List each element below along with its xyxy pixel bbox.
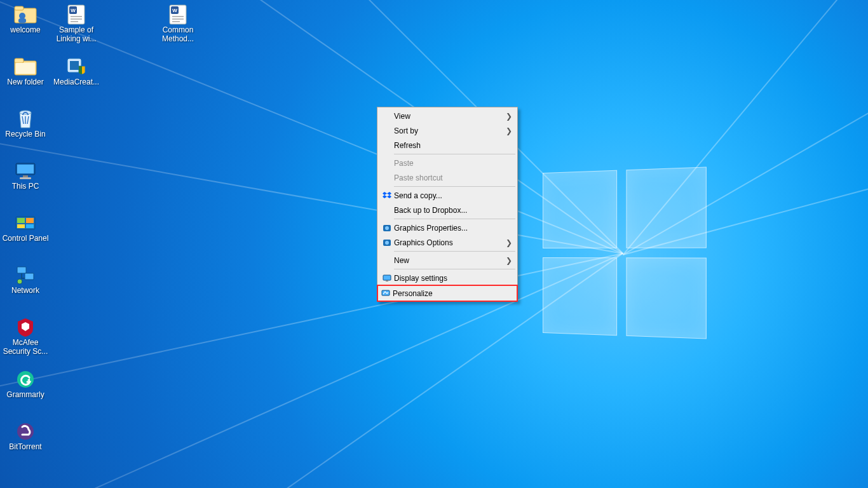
menu-separator <box>394 269 515 269</box>
control-panel-icon <box>13 212 38 234</box>
folder-icon <box>13 56 38 78</box>
svg-rect-8 <box>71 18 82 20</box>
menu-item-new[interactable]: New ❯ <box>379 253 516 268</box>
recycle-bin-icon <box>13 108 38 130</box>
mcafee-icon <box>13 316 38 338</box>
submenu-arrow-icon: ❯ <box>506 126 512 135</box>
menu-item-graphics-properties[interactable]: Graphics Properties... <box>379 220 516 235</box>
svg-rect-17 <box>15 58 24 63</box>
svg-point-37 <box>385 226 389 230</box>
svg-rect-27 <box>17 218 25 223</box>
desktop-icon-common-method[interactable]: W Common Method... <box>153 1 203 56</box>
svg-rect-9 <box>71 21 78 22</box>
svg-rect-14 <box>172 18 184 20</box>
menu-item-label: New <box>393 256 506 265</box>
desktop-icon-welcome[interactable]: welcome <box>0 1 51 56</box>
menu-item-label: Paste <box>393 159 512 168</box>
desktop-icon-label: Grammarly <box>6 390 44 399</box>
intel-graphics-icon <box>381 239 393 247</box>
svg-rect-7 <box>71 16 82 17</box>
menu-item-label: Personalize <box>391 289 513 298</box>
desktop-icon-label: This PC <box>12 182 39 191</box>
svg-rect-18 <box>16 63 35 74</box>
desktop-icon-mcafee[interactable]: McAfee Security Sc... <box>0 314 51 369</box>
svg-rect-41 <box>386 280 388 281</box>
svg-rect-40 <box>383 275 391 280</box>
bittorrent-icon <box>13 421 38 442</box>
svg-rect-31 <box>17 267 26 273</box>
svg-rect-15 <box>172 21 180 22</box>
desktop-icon-label: Network <box>11 286 39 295</box>
menu-separator <box>394 154 515 154</box>
desktop-icon-control-panel[interactable]: Control Panel <box>0 210 51 264</box>
menu-item-label: Graphics Options <box>393 238 506 247</box>
menu-item-label: Graphics Properties... <box>393 224 512 233</box>
personalize-icon <box>380 290 391 297</box>
svg-point-39 <box>385 241 389 245</box>
svg-rect-42 <box>382 290 390 295</box>
svg-rect-25 <box>20 177 31 179</box>
svg-rect-32 <box>25 273 34 280</box>
desktop-icon-mediacreat[interactable]: MediaCreat... <box>51 53 102 108</box>
windows-logo-icon <box>543 166 707 339</box>
svg-rect-30 <box>26 224 34 228</box>
desktop-icon-label: McAfee Security Sc... <box>1 338 50 356</box>
app-shield-icon <box>64 56 89 78</box>
intel-graphics-icon <box>381 224 393 232</box>
menu-item-label: Paste shortcut <box>393 173 512 182</box>
desktop-icon-grid: welcome W Sample of Linking wi... W Comm… <box>0 1 203 470</box>
svg-text:W: W <box>172 8 177 13</box>
svg-point-2 <box>19 13 25 19</box>
svg-text:W: W <box>71 8 76 13</box>
menu-separator <box>394 251 515 252</box>
svg-rect-23 <box>17 165 34 173</box>
menu-item-label: Refresh <box>393 141 512 150</box>
desktop-icon-sample-linking[interactable]: W Sample of Linking wi... <box>51 1 102 56</box>
menu-item-sort-by[interactable]: Sort by ❯ <box>379 123 516 138</box>
desktop-icon-label: Common Method... <box>154 25 202 43</box>
svg-rect-29 <box>17 224 25 228</box>
menu-item-send-a-copy[interactable]: Send a copy... <box>379 188 516 203</box>
desktop-icon-grammarly[interactable]: Grammarly <box>0 366 51 421</box>
desktop-icon-network[interactable]: Network <box>0 262 51 316</box>
desktop-icon-recycle-bin[interactable]: Recycle Bin <box>0 105 51 160</box>
desktop-icon-label: welcome <box>10 25 40 34</box>
desktop-context-menu: View ❯ Sort by ❯ Refresh Paste Paste sho… <box>377 107 518 302</box>
menu-item-personalize[interactable]: Personalize <box>377 285 518 302</box>
this-pc-icon <box>13 160 38 182</box>
desktop-icon-label: BitTorrent <box>9 442 41 451</box>
word-doc-icon: W <box>165 4 191 25</box>
menu-separator <box>394 219 515 219</box>
display-settings-icon <box>381 274 393 281</box>
menu-item-display-settings[interactable]: Display settings <box>379 271 516 285</box>
desktop-icon-new-folder[interactable]: New folder <box>0 53 51 108</box>
svg-rect-13 <box>172 16 184 17</box>
desktop-icon-bittorrent[interactable]: BitTorrent <box>0 418 51 473</box>
svg-rect-3 <box>18 18 26 23</box>
menu-item-label: Display settings <box>393 274 512 283</box>
svg-rect-28 <box>26 218 34 223</box>
menu-item-paste-shortcut: Paste shortcut <box>379 170 516 185</box>
word-doc-icon: W <box>64 4 89 25</box>
svg-rect-20 <box>70 61 79 70</box>
menu-item-view[interactable]: View ❯ <box>379 109 516 123</box>
svg-rect-1 <box>15 6 24 10</box>
svg-point-33 <box>17 279 22 284</box>
menu-item-label: Send a copy... <box>393 191 512 200</box>
menu-item-label: View <box>393 112 506 121</box>
menu-item-refresh[interactable]: Refresh <box>379 138 516 152</box>
menu-item-back-up-dropbox[interactable]: Back up to Dropbox... <box>379 203 516 217</box>
dropbox-icon <box>381 192 393 200</box>
svg-rect-24 <box>23 175 28 177</box>
grammarly-icon <box>13 369 38 390</box>
submenu-arrow-icon: ❯ <box>506 238 512 247</box>
desktop-icon-label: Control Panel <box>3 234 49 243</box>
desktop-icon-label: Recycle Bin <box>5 130 45 139</box>
submenu-arrow-icon: ❯ <box>506 112 512 121</box>
menu-separator <box>394 186 515 187</box>
menu-item-label: Back up to Dropbox... <box>393 206 512 215</box>
menu-item-graphics-options[interactable]: Graphics Options ❯ <box>379 235 516 250</box>
menu-item-label: Sort by <box>393 126 506 135</box>
desktop-icon-label: Sample of Linking wi... <box>52 25 100 43</box>
desktop-icon-this-pc[interactable]: This PC <box>0 158 51 212</box>
